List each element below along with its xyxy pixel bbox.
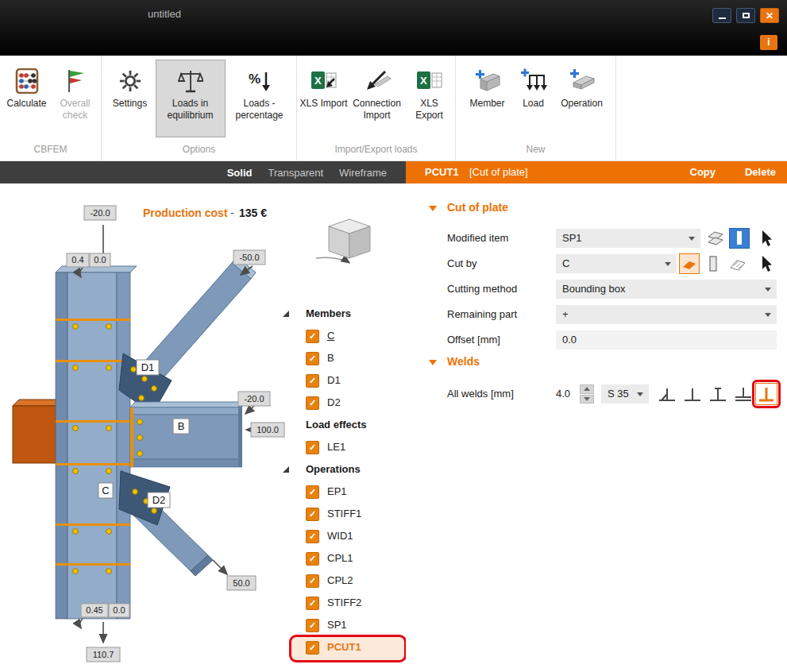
close-icon: ✕	[766, 10, 773, 21]
cursor-select-icon[interactable]	[756, 228, 777, 249]
weld-material-dropdown[interactable]: S 35	[601, 384, 649, 404]
tree-item-c[interactable]: ✓ C	[280, 325, 405, 347]
connection-import-label: Connection Import	[350, 98, 404, 122]
checkbox-checked[interactable]: ✓	[306, 619, 319, 632]
checkbox-checked[interactable]: ✓	[306, 552, 319, 566]
weld-fillet-icon-1[interactable]	[657, 384, 677, 404]
tree-item-pcut1[interactable]: ✓ PCUT1	[280, 636, 405, 658]
checkbox-checked[interactable]: ✓	[306, 597, 319, 610]
checkbox-checked[interactable]: ✓	[306, 352, 319, 365]
remaining-part-dropdown[interactable]: +	[556, 305, 777, 324]
checkbox-checked[interactable]: ✓	[306, 330, 319, 343]
stepper-up-button[interactable]	[580, 384, 594, 394]
stepper-down-button[interactable]	[580, 395, 594, 404]
new-load-button[interactable]: Load	[513, 60, 554, 137]
cutting-method-dropdown[interactable]: Bounding box	[556, 280, 777, 299]
info-icon: i	[767, 37, 770, 48]
overall-check-button[interactable]: Overall check	[52, 60, 99, 137]
stacked-plates-icon[interactable]	[705, 228, 726, 249]
tree-item-stiff1[interactable]: ✓ STIFF1	[280, 503, 405, 525]
minimize-button[interactable]	[712, 8, 731, 23]
hatched-plate-icon[interactable]	[727, 253, 747, 274]
dropdown-arrow-icon	[765, 288, 771, 292]
checkbox-checked[interactable]: ✓	[306, 485, 319, 499]
tree-item-stiff2[interactable]: ✓ STIFF2	[280, 592, 405, 614]
weld-fillet-icon-4[interactable]	[733, 384, 754, 404]
tree-section-label: Members	[306, 303, 351, 325]
calculate-button[interactable]: Calculate	[2, 60, 52, 137]
connection-import-button[interactable]: Connection Import	[349, 60, 405, 137]
svg-text:X: X	[314, 75, 322, 87]
checkbox-checked[interactable]: ✓	[306, 530, 319, 543]
checkbox-checked[interactable]: ✓	[306, 574, 319, 588]
tree-item-le1[interactable]: ✓ LE1	[280, 436, 405, 458]
orientation-cube[interactable]	[316, 219, 370, 263]
modified-item-dropdown[interactable]: SP1	[556, 229, 700, 248]
tree-section-load-effects: Load effects	[280, 414, 405, 436]
svg-text:-: -	[230, 207, 234, 219]
column-member-c[interactable]	[56, 266, 137, 619]
section-collapse-icon[interactable]	[429, 360, 437, 365]
svg-text:D2: D2	[152, 494, 166, 506]
vertical-plate-selected-icon[interactable]	[729, 228, 750, 249]
svg-text:0.0: 0.0	[113, 605, 125, 615]
checkbox-checked[interactable]: ✓	[306, 641, 319, 655]
tree-item-cpl2[interactable]: ✓ CPL2	[280, 570, 405, 592]
tree-item-ep1[interactable]: ✓ EP1	[280, 481, 405, 503]
panel-title: PCUT1	[425, 161, 459, 183]
settings-button[interactable]: Settings	[105, 60, 156, 137]
close-button[interactable]: ✕	[760, 8, 779, 23]
weld-fillet-icon-2[interactable]	[682, 384, 703, 404]
property-panel: Cut of plate Modified item SP1 Cut by C	[406, 183, 787, 672]
tree-item-b[interactable]: ✓ B	[280, 347, 405, 369]
new-operation-button[interactable]: Operation	[554, 60, 610, 137]
diagonal-member-d1[interactable]	[119, 257, 256, 414]
tree-item-wid1[interactable]: ✓ WID1	[280, 525, 405, 547]
checkbox-checked[interactable]: ✓	[306, 441, 319, 454]
weld-all-selected-icon[interactable]	[755, 383, 777, 405]
xls-import-icon: X	[310, 66, 338, 96]
tab-solid[interactable]: Solid	[227, 167, 253, 179]
expander-icon[interactable]	[283, 466, 289, 473]
beam-member-b[interactable]	[130, 402, 246, 467]
diagonal-member-d2[interactable]	[119, 471, 213, 576]
model-tree: Members ✓ C ✓ B ✓ D1 ✓ D2 Load effects ✓…	[280, 303, 405, 658]
checkbox-checked[interactable]: ✓	[306, 508, 319, 521]
new-member-button[interactable]: Member	[462, 60, 513, 137]
checkbox-checked[interactable]: ✓	[306, 374, 319, 388]
xls-export-icon: X	[415, 66, 444, 96]
copy-button[interactable]: Copy	[690, 161, 716, 183]
cursor-select-icon[interactable]	[756, 253, 777, 274]
checkbox-checked[interactable]: ✓	[306, 396, 319, 410]
loads-percentage-button[interactable]: % Loads - percentage	[226, 60, 294, 137]
loads-in-equilibrium-button[interactable]: Loads in equilibrium	[156, 60, 226, 137]
delete-button[interactable]: Delete	[745, 161, 776, 183]
tree-item-cpl1[interactable]: ✓ CPL1	[280, 547, 405, 570]
xls-export-button[interactable]: X XLS Export	[405, 60, 454, 137]
weld-size-stepper[interactable]	[580, 384, 594, 404]
tree-item-d1[interactable]: ✓ D1	[280, 369, 405, 392]
plate-icon[interactable]	[703, 253, 723, 274]
info-button[interactable]: i	[760, 35, 777, 50]
section-collapse-icon[interactable]	[429, 206, 437, 211]
cut-by-dropdown[interactable]: C	[556, 254, 677, 273]
tab-transparent[interactable]: Transparent	[268, 167, 323, 179]
tree-item-d2[interactable]: ✓ D2	[280, 392, 405, 414]
load-label: 0.0	[109, 604, 129, 617]
tab-wireframe[interactable]: Wireframe	[339, 167, 387, 179]
weld-fillet-icon-3[interactable]	[708, 384, 728, 404]
load-label: -50.0	[233, 250, 265, 265]
load-label: -20.0	[238, 392, 270, 406]
overall-check-label: Overall check	[52, 98, 98, 122]
cut-plate-selected-icon[interactable]	[679, 253, 700, 274]
offset-input[interactable]: 0.0	[556, 330, 777, 350]
load-plus-icon	[520, 66, 547, 96]
maximize-button[interactable]	[736, 8, 755, 23]
tree-item-sp1[interactable]: ✓ SP1	[280, 614, 405, 636]
weld-size-value[interactable]: 4.0	[556, 384, 570, 404]
expander-icon[interactable]	[283, 311, 289, 317]
connection-import-icon	[364, 66, 391, 96]
load-label: 110.7	[87, 647, 120, 662]
xls-import-button[interactable]: X XLS Import	[299, 60, 349, 137]
viewport: Production cost - 135 €	[0, 183, 406, 672]
